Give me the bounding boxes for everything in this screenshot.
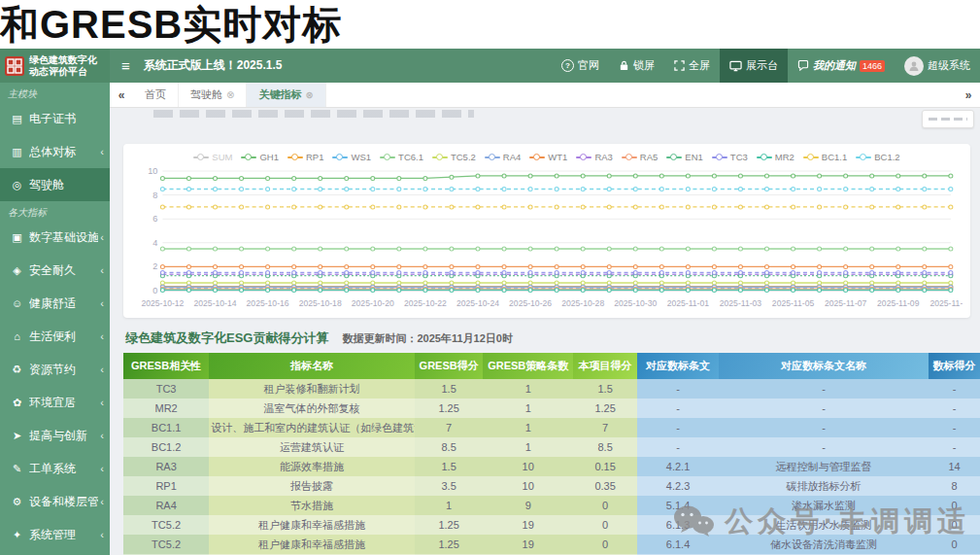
svg-text:2025-11-11: 2025-11-11 [929, 298, 963, 308]
legend-item-RA5[interactable]: RA5 [622, 152, 658, 162]
table-cell: 租户健康和幸福感措施 [209, 515, 415, 535]
legend-item-BC1.1[interactable]: BC1.1 [803, 152, 847, 162]
tabs-scroll-left-icon[interactable]: « [110, 88, 133, 102]
sidebar-item-label: 资源节约 [29, 362, 98, 378]
tab-驾驶舱[interactable]: 驾驶舱⊗ [179, 83, 247, 107]
svg-text:2025-10-30: 2025-10-30 [614, 298, 657, 308]
table-cell: 1.5 [415, 457, 484, 476]
table-cell: 8.5 [573, 437, 637, 457]
sidebar-item-health-comfort[interactable]: ☺健康舒适‹ [0, 287, 110, 320]
table-cell: 1 [415, 496, 484, 515]
avatar [904, 56, 924, 76]
fullscreen-button[interactable]: 全屏 [664, 49, 720, 83]
logo-icon [4, 55, 25, 77]
legend-item-BC1.2[interactable]: BC1.2 [856, 152, 899, 162]
tab-关键指标[interactable]: 关键指标⊗ [247, 83, 325, 107]
sidebar-item-safety-durability[interactable]: ◈安全耐久‹ [0, 254, 110, 287]
tab-首页[interactable]: 首页 [133, 83, 179, 107]
display-stage-button[interactable]: 展示台 [720, 49, 788, 83]
legend-item-MR2[interactable]: MR2 [757, 152, 794, 162]
legend-item-GH1[interactable]: GH1 [241, 152, 279, 162]
tab-label: 关键指标 [258, 87, 301, 102]
table-cell: 6.1.4 [637, 535, 719, 554]
table-cell: - [929, 379, 980, 399]
notifications-button[interactable]: 我的通知 1466 [788, 49, 895, 83]
legend-label: SUM [212, 152, 232, 162]
legend-item-TC5.2[interactable]: TC5.2 [432, 152, 476, 162]
sidebar-item-environment-livability[interactable]: ✿环境宜居‹ [0, 386, 110, 419]
sidebar-item-cockpit[interactable]: ◎驾驶舱 [0, 168, 110, 201]
table-cell: 19 [483, 515, 573, 535]
sidebar-section-label: 各大指标 [0, 201, 110, 221]
legend-item-TC6.1[interactable]: TC6.1 [380, 152, 423, 162]
svg-text:2025-10-20: 2025-10-20 [352, 298, 394, 308]
improvement-innovation-icon: ➤ [10, 430, 24, 442]
legend-item-WT1[interactable]: WT1 [529, 152, 567, 162]
sidebar-item-system-management[interactable]: ✦系统管理‹ [0, 518, 110, 551]
table-cell: 8.5 [415, 437, 484, 457]
notification-count-badge: 1466 [860, 60, 885, 72]
legend-marker-icon [666, 156, 682, 158]
user-menu[interactable]: 超级系统 [895, 49, 980, 83]
sidebar-item-improvement-innovation[interactable]: ➤提高与创新‹ [0, 419, 110, 452]
sidebar: 主模块▤电子证书▥总体对标‹◎驾驶舱各大指标▣数字基础设施‹◈安全耐久‹☺健康舒… [0, 83, 110, 555]
tabs-scroll-right-icon[interactable]: » [957, 88, 980, 102]
column-header: 对应数标条文名称 [719, 353, 929, 379]
fullscreen-icon [674, 60, 685, 71]
legend-item-RP1[interactable]: RP1 [287, 152, 323, 162]
legend-item-SUM[interactable]: SUM [193, 152, 232, 162]
table-cell: 1 [483, 379, 573, 399]
digital-infrastructure-icon: ▣ [10, 231, 24, 244]
table-cell: BC1.1 [123, 418, 209, 437]
svg-text:2025-10-26: 2025-10-26 [509, 298, 552, 308]
legend-label: WS1 [351, 152, 371, 162]
sidebar-item-life-convenience[interactable]: ⌂生活便利‹ [0, 320, 110, 353]
official-site-button[interactable]: ? 官网 [552, 49, 609, 83]
table-cell: 0.15 [573, 457, 637, 476]
table-section-header: 绿色建筑及数字化ESG贡献得分计算 数据更新时间：2025年11月12日0时 [125, 330, 980, 347]
table-row: TC3租户装修和翻新计划1.511.5--- [123, 379, 980, 399]
sidebar-item-device-floor-management[interactable]: ⚙设备和楼层管理‹ [0, 485, 110, 518]
main-row: 主模块▤电子证书▥总体对标‹◎驾驶舱各大指标▣数字基础设施‹◈安全耐久‹☺健康舒… [0, 83, 980, 555]
tab-close-icon[interactable]: ⊗ [226, 89, 234, 100]
tab-close-icon[interactable]: ⊗ [305, 89, 313, 100]
table-cell: 0 [929, 496, 980, 515]
sidebar-item-overall-benchmark[interactable]: ▥总体对标‹ [0, 135, 110, 168]
sidebar-item-work-order-system[interactable]: ✎工单系统‹ [0, 452, 110, 485]
table-row: RA4节水措施1905.1.4渗水漏水监测0 [123, 496, 980, 515]
legend-marker-icon [529, 156, 545, 158]
legend-marker-icon [380, 156, 395, 158]
legend-item-TC3[interactable]: TC3 [712, 152, 748, 162]
gresb-trend-line-chart[interactable]: 02468102025-10-122025-10-142025-10-16202… [131, 164, 963, 312]
table-cell: 0 [573, 496, 637, 515]
legend-item-RA3[interactable]: RA3 [576, 152, 612, 162]
column-header: 对应数标条文 [637, 353, 719, 379]
user-name: 超级系统 [928, 58, 970, 73]
app-logo[interactable]: 绿色建筑数字化 动态评价平台 [0, 49, 110, 83]
sidebar-item-e-certificate[interactable]: ▤电子证书 [0, 102, 110, 135]
legend-item-EN1[interactable]: EN1 [666, 152, 702, 162]
sidebar-item-resource-saving[interactable]: ♻资源节约‹ [0, 353, 110, 386]
table-cell: 1 [483, 399, 573, 418]
table-row: TC5.2租户健康和幸福感措施1.251906.1.3生活饮用水水质监测0 [123, 515, 980, 535]
legend-item-WS1[interactable]: WS1 [332, 152, 371, 162]
svg-text:2025-10-28: 2025-10-28 [561, 298, 604, 308]
lock-screen-button[interactable]: 锁屏 [609, 49, 664, 83]
legend-label: BC1.1 [822, 152, 847, 162]
sidebar-item-label: 数字基础设施 [29, 229, 98, 246]
sidebar-item-digital-infrastructure[interactable]: ▣数字基础设施‹ [0, 221, 110, 254]
legend-label: EN1 [685, 152, 702, 162]
legend-label: RA3 [594, 152, 612, 162]
hamburger-menu-icon[interactable]: ≡ [121, 57, 130, 74]
legend-label: RA5 [640, 152, 658, 162]
table-cell: - [929, 418, 980, 437]
table-cell: 7 [415, 418, 484, 437]
range-selector-clipped[interactable] [922, 110, 974, 128]
svg-text:0: 0 [152, 286, 157, 295]
tab-label: 首页 [145, 87, 166, 102]
table-cell: 报告披露 [209, 476, 415, 496]
sidebar-section-label: 主模块 [0, 83, 110, 102]
legend-item-RA4[interactable]: RA4 [485, 152, 521, 162]
table-cell: 1.25 [415, 515, 484, 535]
table-cell: 节水措施 [209, 496, 415, 515]
